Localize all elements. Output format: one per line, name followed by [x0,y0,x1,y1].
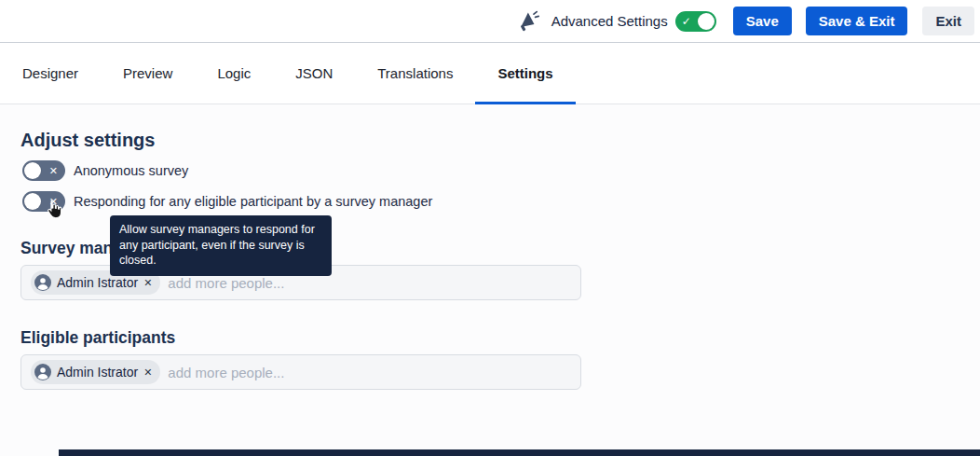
remove-tag-icon[interactable]: ✕ [143,278,152,288]
eligible-participants-input[interactable]: Admin Istrator ✕ add more people... [20,354,581,390]
cross-icon: ✕ [49,166,58,176]
survey-settings-page: Advanced Settings ✓ Save Save & Exit Exi… [0,0,980,456]
exit-button[interactable]: Exit [922,7,974,35]
horizontal-scrollbar-thumb[interactable] [59,449,980,456]
person-tag-name: Admin Istrator [57,275,138,290]
top-action-bar: Advanced Settings ✓ Save Save & Exit Exi… [0,0,980,43]
manager-responding-row: ✕ Responding for any eligible participan… [22,191,432,212]
person-icon [34,364,51,380]
advanced-settings-label: Advanced Settings [551,13,668,29]
hand-pointer-icon [44,200,64,220]
toggle-knob [24,193,41,210]
check-icon: ✓ [682,16,691,27]
save-button[interactable]: Save [733,7,792,35]
tab-preview[interactable]: Preview [101,43,195,104]
add-people-placeholder: add more people... [168,275,284,291]
toggle-tooltip: Allow survey managers to respond for any… [110,215,332,276]
adjust-settings-heading: Adjust settings [20,130,155,151]
person-icon [34,274,51,291]
tab-json[interactable]: JSON [273,43,355,104]
tab-logic[interactable]: Logic [195,43,273,104]
tab-translations[interactable]: Translations [355,43,475,104]
toggle-knob [698,13,715,30]
tab-designer[interactable]: Designer [0,43,101,104]
toggle-knob [24,162,41,179]
person-tag: Admin Istrator ✕ [31,360,160,384]
save-and-exit-button[interactable]: Save & Exit [806,7,908,35]
manager-responding-label: Responding for any eligible participant … [74,194,432,209]
eligible-participants-heading: Eligible participants [20,328,175,348]
anonymous-survey-toggle[interactable]: ✕ [22,160,65,181]
tab-settings[interactable]: Settings [475,43,575,104]
anonymous-survey-row: ✕ Anonymous survey [22,160,188,181]
settings-panel: Adjust settings ✕ Anonymous survey ✕ Res… [0,104,980,456]
tab-bar: Designer Preview Logic JSON Translations… [0,43,980,104]
advanced-settings-toggle[interactable]: ✓ [675,11,716,32]
megaphone-icon [516,9,540,34]
remove-tag-icon[interactable]: ✕ [143,367,152,378]
person-tag-name: Admin Istrator [57,365,138,380]
add-people-placeholder: add more people... [168,365,284,380]
anonymous-survey-label: Anonymous survey [74,163,188,178]
